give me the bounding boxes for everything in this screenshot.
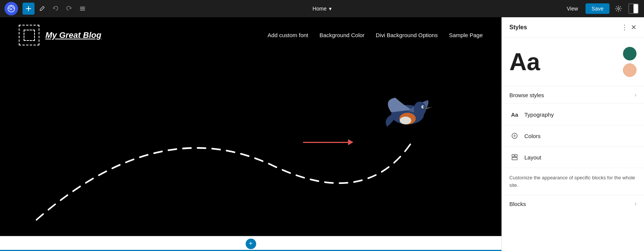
layout-item[interactable]: Layout bbox=[502, 147, 644, 168]
view-button[interactable]: View bbox=[562, 3, 582, 14]
canvas: My Great Blog Add custom font Background… bbox=[0, 17, 501, 251]
svg-point-7 bbox=[423, 106, 424, 108]
site-nav: Add custom font Background Color Divi Ba… bbox=[267, 32, 483, 38]
customize-text: Customize the appearance of specific blo… bbox=[502, 168, 644, 195]
wordpress-logo[interactable]: W bbox=[5, 2, 18, 15]
toolbar-right: View Save bbox=[562, 3, 639, 15]
theme-toggle-button[interactable] bbox=[627, 3, 639, 15]
swatch-teal[interactable] bbox=[623, 47, 636, 60]
styles-sidebar: Styles ⋮ ✕ Aa Browse styles › Aa Typogra… bbox=[501, 17, 644, 251]
toolbar: W Home ▾ View Save bbox=[0, 0, 644, 17]
nav-divi-background-options[interactable]: Divi Background Options bbox=[376, 32, 438, 38]
redo-button[interactable] bbox=[63, 3, 75, 15]
edit-pen-button[interactable] bbox=[36, 3, 48, 15]
bottom-add-bar: + bbox=[0, 236, 501, 251]
add-block-toolbar-button[interactable] bbox=[23, 3, 35, 15]
typography-icon: Aa bbox=[509, 109, 520, 120]
sidebar-more-button[interactable]: ⋮ bbox=[621, 23, 628, 32]
preview-aa: Aa bbox=[509, 50, 540, 74]
canvas-inner: My Great Blog Add custom font Background… bbox=[0, 17, 501, 236]
site-logo bbox=[19, 25, 39, 45]
sidebar-title: Styles bbox=[509, 24, 621, 31]
settings-button[interactable] bbox=[612, 3, 624, 15]
nav-background-color[interactable]: Background Color bbox=[320, 32, 365, 38]
blocks-label: Blocks bbox=[509, 201, 635, 207]
half-circle-icon bbox=[628, 3, 639, 14]
browse-styles-item[interactable]: Browse styles › bbox=[502, 86, 644, 104]
svg-point-2 bbox=[618, 8, 620, 10]
colors-item[interactable]: Colors bbox=[502, 125, 644, 147]
nav-sample-page[interactable]: Sample Page bbox=[449, 32, 483, 38]
svg-point-8 bbox=[400, 117, 411, 125]
sidebar-close-button[interactable]: ✕ bbox=[631, 23, 636, 32]
toolbar-left: W bbox=[5, 2, 89, 15]
blocks-item[interactable]: Blocks › bbox=[502, 195, 644, 212]
site-title: My Great Blog bbox=[45, 30, 101, 40]
typography-item[interactable]: Aa Typography bbox=[502, 104, 644, 125]
arrow-head bbox=[348, 139, 353, 145]
undo-button[interactable] bbox=[50, 3, 62, 15]
svg-point-4 bbox=[414, 102, 426, 116]
red-arrow bbox=[303, 139, 353, 145]
layout-label: Layout bbox=[524, 154, 636, 161]
layout-icon bbox=[509, 152, 520, 162]
arrow-line bbox=[303, 142, 348, 143]
svg-rect-12 bbox=[512, 158, 517, 160]
bird-scene bbox=[0, 47, 501, 236]
page-title: Home bbox=[312, 6, 326, 12]
site-logo-inner bbox=[24, 30, 35, 41]
colors-icon bbox=[509, 131, 520, 141]
page-dropdown-icon[interactable]: ▾ bbox=[329, 6, 332, 12]
add-block-plus-icon: + bbox=[249, 240, 253, 248]
main-area: My Great Blog Add custom font Background… bbox=[0, 17, 644, 251]
svg-rect-10 bbox=[512, 155, 514, 157]
color-swatches bbox=[623, 47, 636, 77]
nav-add-custom-font[interactable]: Add custom font bbox=[267, 32, 308, 38]
sidebar-header: Styles ⋮ ✕ bbox=[502, 17, 644, 38]
browse-styles-label: Browse styles bbox=[509, 92, 635, 98]
colors-label: Colors bbox=[524, 133, 636, 139]
add-block-bottom-button[interactable]: + bbox=[246, 239, 256, 249]
customize-description: Customize the appearance of specific blo… bbox=[509, 175, 635, 188]
swatch-peach[interactable] bbox=[623, 63, 636, 77]
typography-label: Typography bbox=[524, 111, 636, 118]
toolbar-center: Home ▾ bbox=[312, 6, 331, 12]
browse-styles-arrow-icon: › bbox=[635, 92, 636, 98]
save-button[interactable]: Save bbox=[585, 3, 609, 14]
list-view-button[interactable] bbox=[77, 3, 89, 15]
svg-text:W: W bbox=[9, 8, 12, 11]
svg-rect-11 bbox=[515, 155, 517, 157]
style-preview: Aa bbox=[502, 38, 644, 86]
blocks-arrow-icon: › bbox=[635, 200, 636, 207]
